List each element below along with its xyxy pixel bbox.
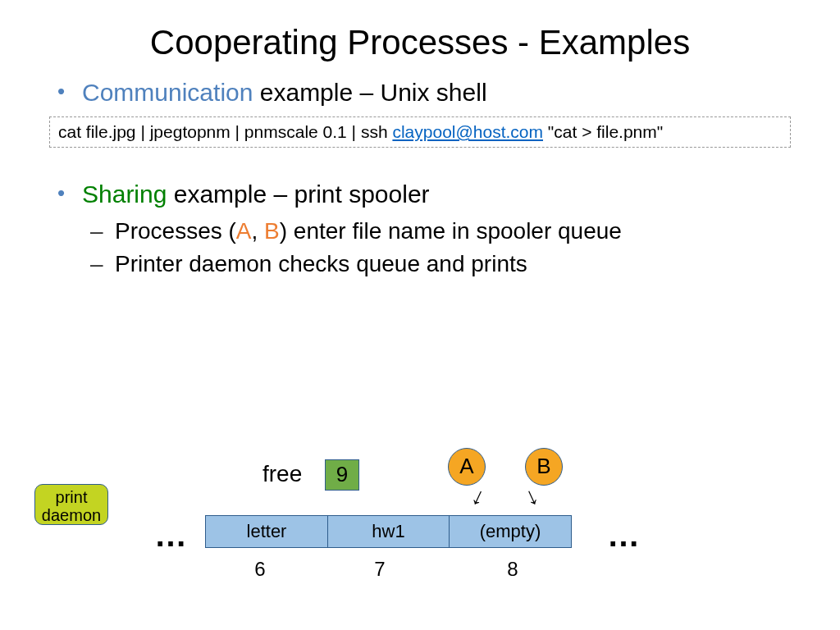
- print-daemon-box: printdaemon: [34, 484, 108, 525]
- cmd-link[interactable]: claypool@host.com: [392, 122, 543, 141]
- queue-index: 7: [368, 558, 392, 581]
- text-comm-rest: example – Unix shell: [253, 79, 486, 106]
- text-share-rest: example – print spooler: [167, 180, 429, 208]
- arrow-A-icon: ↓: [468, 481, 491, 511]
- content-area: Communication example – Unix shell cat f…: [49, 79, 791, 277]
- sub1-mid: ,: [252, 218, 265, 244]
- sub-daemon: Printer daemon checks queue and prints: [115, 251, 791, 277]
- bullet-communication: Communication example – Unix shell: [82, 79, 791, 107]
- highlight-sharing: Sharing: [82, 180, 167, 208]
- process-A-circle: A: [448, 448, 486, 486]
- free-value-box: 9: [325, 459, 359, 491]
- ellipsis-right: …: [607, 517, 640, 554]
- command-box: cat file.jpg | jpegtopnm | pnmscale 0.1 …: [49, 116, 791, 148]
- queue-index: 8: [500, 558, 525, 581]
- sub-processes: Processes (A, B) enter file name in spoo…: [115, 218, 791, 244]
- queue-cell: (empty): [449, 515, 572, 548]
- sub1-post: ) enter file name in spooler queue: [280, 218, 622, 244]
- slide-title: Cooperating Processes - Examples: [0, 23, 840, 62]
- bullet-sharing: Sharing example – print spooler: [82, 180, 791, 208]
- proc-A-label: A: [236, 218, 252, 244]
- spooler-queue: letter hw1 (empty): [205, 515, 572, 548]
- cmd-post: "cat > file.pnm": [543, 122, 663, 141]
- ellipsis-left: …: [154, 517, 187, 554]
- spooler-diagram: printdaemon free 9 A B ↓ ↓ … letter hw1 …: [0, 443, 840, 623]
- queue-index: 6: [248, 558, 272, 581]
- arrow-B-icon: ↓: [520, 481, 543, 511]
- cmd-pre: cat file.jpg | jpegtopnm | pnmscale 0.1 …: [58, 122, 392, 141]
- queue-cell: letter: [205, 515, 328, 548]
- proc-B-label: B: [264, 218, 280, 244]
- print-daemon-label: printdaemon: [42, 488, 101, 524]
- sub1-pre: Processes (: [115, 218, 236, 244]
- free-label: free: [262, 461, 302, 487]
- highlight-communication: Communication: [82, 79, 253, 106]
- queue-cell: hw1: [327, 515, 450, 548]
